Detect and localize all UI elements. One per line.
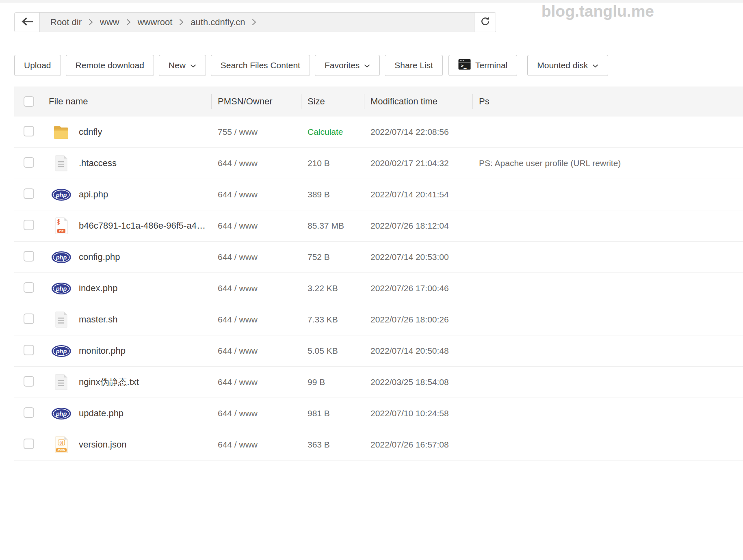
new-label: New — [169, 61, 186, 70]
remote-download-button[interactable]: Remote download — [66, 55, 154, 76]
pmsn-owner-value: 644 / www — [211, 377, 301, 387]
row-checkbox[interactable] — [24, 314, 34, 324]
pmsn-owner-value: 644 / www — [211, 252, 301, 262]
file-name-link[interactable]: update.php — [79, 408, 128, 419]
toolbar: Upload Remote download New Search Files … — [14, 55, 735, 76]
table-row: php config.php 644 / www 752 B 2022/07/1… — [14, 242, 743, 273]
refresh-button[interactable] — [474, 13, 496, 32]
file-name-link[interactable]: version.json — [79, 439, 130, 450]
chevron-right-icon — [126, 19, 131, 26]
search-files-content-button[interactable]: Search Files Content — [211, 55, 310, 76]
table-row: php monitor.php 644 / www 5.05 KB 2022/0… — [14, 335, 743, 367]
chevron-right-icon — [252, 19, 256, 26]
column-header-ps[interactable]: Ps — [472, 86, 743, 117]
chevron-down-icon — [364, 64, 370, 68]
breadcrumb-item-current[interactable]: auth.cdnfly.cn — [191, 17, 245, 28]
upload-label: Upload — [24, 61, 51, 70]
terminal-label: Terminal — [475, 61, 507, 70]
table-row: ZIP b46c7891-1c1a-486e-96f5-a47... 644 /… — [14, 210, 743, 242]
column-header-file-name[interactable]: File name — [49, 86, 211, 117]
zip-file-icon: ZIP — [51, 217, 72, 234]
text-file-icon — [51, 374, 72, 391]
file-name-link[interactable]: monitor.php — [79, 346, 130, 356]
row-checkbox[interactable] — [24, 282, 34, 293]
size-value: 363 B — [301, 440, 364, 450]
pmsn-owner-value: 644 / www — [211, 190, 301, 199]
svg-text:php: php — [56, 348, 67, 355]
modification-time-value: 2022/07/14 22:08:56 — [364, 127, 472, 137]
php-file-icon: php — [51, 342, 72, 359]
favorites-dropdown-button[interactable]: Favorites — [315, 55, 380, 76]
chevron-right-icon — [89, 19, 93, 26]
column-header-size[interactable]: Size — [301, 86, 364, 117]
svg-text:php: php — [56, 285, 67, 292]
mounted-disk-label: Mounted disk — [537, 61, 588, 70]
size-value: 389 B — [301, 190, 364, 199]
pmsn-owner-value: 644 / www — [211, 283, 301, 293]
row-checkbox[interactable] — [24, 188, 34, 199]
remote-download-label: Remote download — [76, 61, 144, 70]
row-checkbox[interactable] — [24, 407, 34, 418]
row-checkbox[interactable] — [24, 126, 34, 136]
file-name-link[interactable]: b46c7891-1c1a-486e-96f5-a47... — [79, 221, 211, 231]
file-name-link[interactable]: .htaccess — [79, 158, 121, 169]
back-button[interactable] — [15, 13, 40, 32]
modification-time-value: 2022/07/26 17:00:46 — [364, 283, 472, 293]
svg-text:{i}: {i} — [59, 441, 63, 445]
breadcrumb-item-wwwroot[interactable]: wwwroot — [138, 17, 173, 28]
file-name-link[interactable]: config.php — [79, 252, 124, 262]
watermark: blog.tanglu.me — [542, 2, 654, 20]
select-all-checkbox[interactable] — [24, 96, 34, 107]
modification-time-value: 2022/07/14 20:50:48 — [364, 346, 472, 356]
file-name-link[interactable]: index.php — [79, 283, 121, 294]
file-name-link[interactable]: nginx伪静态.txt — [79, 376, 143, 388]
table-row: nginx伪静态.txt 644 / www 99 B 2022/03/25 1… — [14, 367, 743, 398]
svg-text:>_: >_ — [461, 63, 467, 69]
modification-time-value: 2022/07/26 16:57:08 — [364, 440, 472, 450]
table-row: cdnfly 755 / www Calculate 2022/07/14 22… — [14, 117, 743, 148]
row-checkbox[interactable] — [24, 157, 34, 168]
breadcrumb-item-www[interactable]: www — [100, 17, 119, 28]
pmsn-owner-value: 644 / www — [211, 158, 301, 168]
size-value: 752 B — [301, 252, 364, 262]
size-value: 3.22 KB — [301, 283, 364, 293]
chevron-down-icon — [592, 64, 598, 68]
php-file-icon: php — [51, 405, 72, 422]
terminal-button[interactable]: >_ Terminal — [448, 55, 517, 76]
upload-button[interactable]: Upload — [14, 55, 61, 76]
mounted-disk-dropdown-button[interactable]: Mounted disk — [527, 55, 608, 76]
pmsn-owner-value: 644 / www — [211, 409, 301, 418]
breadcrumb: Root dir www wwwroot auth.cdnfly.cn — [40, 13, 474, 32]
column-header-modification-time[interactable]: Modification time — [364, 86, 472, 117]
row-checkbox[interactable] — [24, 376, 34, 387]
breadcrumb-item-root[interactable]: Root dir — [50, 17, 82, 28]
row-checkbox[interactable] — [24, 439, 34, 449]
share-list-label: Share List — [394, 61, 433, 70]
row-checkbox[interactable] — [24, 345, 34, 355]
row-checkbox[interactable] — [24, 251, 34, 262]
table-row: php index.php 644 / www 3.22 KB 2022/07/… — [14, 273, 743, 304]
new-dropdown-button[interactable]: New — [159, 55, 206, 76]
php-file-icon: php — [51, 280, 72, 297]
pmsn-owner-value: 644 / www — [211, 221, 301, 231]
file-name-link[interactable]: master.sh — [79, 314, 121, 325]
chevron-down-icon — [190, 64, 196, 68]
table-row: php update.php 644 / www 981 B 2022/07/1… — [14, 398, 743, 429]
file-name-link[interactable]: api.php — [79, 189, 112, 200]
pmsn-owner-value: 755 / www — [211, 127, 301, 137]
calculate-size-link[interactable]: Calculate — [301, 127, 364, 137]
row-checkbox[interactable] — [24, 220, 34, 230]
file-name-link[interactable]: cdnfly — [79, 127, 106, 137]
text-file-icon — [51, 311, 72, 328]
modification-time-value: 2022/07/10 10:24:58 — [364, 409, 472, 418]
table-row: php api.php 644 / www 389 B 2022/07/14 2… — [14, 179, 743, 210]
column-header-pmsn-owner[interactable]: PMSN/Owner — [211, 86, 301, 117]
share-list-button[interactable]: Share List — [385, 55, 443, 76]
modification-time-value: 2022/07/14 20:53:00 — [364, 252, 472, 262]
pmsn-owner-value: 644 / www — [211, 315, 301, 324]
svg-text:php: php — [56, 254, 67, 261]
svg-text:php: php — [56, 192, 67, 198]
modification-time-value: 2022/03/25 18:54:08 — [364, 377, 472, 387]
modification-time-value: 2022/07/14 20:41:54 — [364, 190, 472, 199]
modification-time-value: 2022/07/26 18:00:26 — [364, 315, 472, 324]
